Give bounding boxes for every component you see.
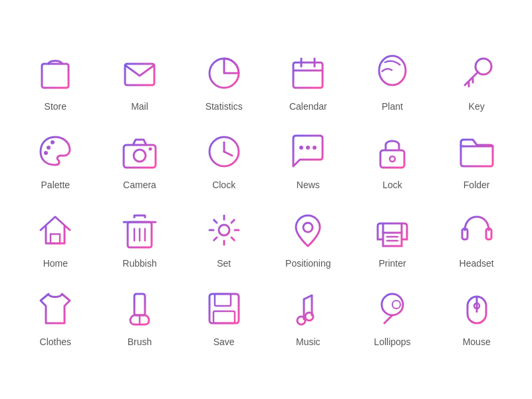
- svg-point-23: [313, 146, 317, 150]
- svg-rect-24: [380, 150, 404, 168]
- icon-item-printer[interactable]: Printer: [350, 200, 435, 278]
- lollipops-label: Lollipops: [374, 336, 410, 347]
- svg-rect-26: [51, 234, 60, 243]
- svg-point-25: [390, 156, 395, 162]
- mail-label: Mail: [131, 101, 148, 112]
- svg-line-46: [304, 295, 312, 299]
- svg-rect-34: [383, 233, 402, 246]
- icon-item-key[interactable]: Key: [434, 43, 519, 121]
- save-label: Save: [213, 336, 235, 347]
- icon-item-music[interactable]: Music: [266, 278, 350, 356]
- rubbish-label: Rubbish: [122, 258, 156, 269]
- statistics-label: Statistics: [205, 101, 243, 112]
- svg-point-14: [44, 151, 48, 155]
- set-label: Set: [217, 258, 231, 269]
- home-label: Home: [43, 258, 68, 269]
- svg-line-50: [384, 315, 392, 323]
- icon-item-set[interactable]: Set: [182, 200, 266, 278]
- icon-grid: Store Mail Stati: [7, 36, 525, 363]
- svg-rect-0: [42, 64, 68, 88]
- svg-rect-43: [213, 311, 235, 323]
- icon-item-mail[interactable]: Mail: [98, 43, 182, 121]
- icon-item-lollipops[interactable]: Lollipops: [350, 278, 435, 356]
- plant-label: Plant: [382, 101, 403, 112]
- icon-item-camera[interactable]: Camera: [98, 121, 182, 200]
- icon-item-store[interactable]: Store: [13, 43, 98, 121]
- icon-item-positioning[interactable]: Positioning: [266, 200, 350, 278]
- icon-item-rubbish[interactable]: Rubbish: [98, 200, 182, 278]
- palette-label: Palette: [41, 180, 70, 190]
- svg-line-9: [465, 72, 478, 85]
- key-label: Key: [469, 101, 485, 112]
- icon-item-palette[interactable]: Palette: [13, 121, 98, 200]
- store-label: Store: [45, 101, 66, 112]
- clothes-label: Clothes: [40, 336, 71, 347]
- icon-item-calendar[interactable]: Calendar: [266, 43, 350, 121]
- music-label: Music: [296, 336, 321, 347]
- svg-rect-42: [215, 294, 231, 306]
- icon-item-folder[interactable]: Folder: [434, 121, 519, 200]
- folder-label: Folder: [464, 180, 490, 190]
- svg-point-13: [51, 140, 55, 144]
- icon-item-home[interactable]: Home: [13, 200, 98, 278]
- icon-item-headset[interactable]: Headset: [434, 200, 519, 278]
- svg-point-16: [134, 150, 146, 162]
- positioning-label: Positioning: [285, 258, 331, 269]
- svg-point-12: [47, 146, 51, 150]
- printer-label: Printer: [378, 258, 406, 269]
- svg-point-22: [306, 146, 310, 150]
- icon-item-plant[interactable]: Plant: [350, 43, 435, 121]
- svg-point-33: [303, 223, 313, 232]
- clock-label: Clock: [212, 180, 235, 190]
- lock-label: Lock: [382, 180, 402, 190]
- icon-item-brush[interactable]: Brush: [98, 278, 182, 356]
- icon-item-clock[interactable]: Clock: [182, 121, 266, 200]
- calendar-label: Calendar: [289, 101, 327, 112]
- icon-item-news[interactable]: News: [266, 121, 350, 200]
- brush-label: Brush: [128, 336, 152, 347]
- icon-item-mouse[interactable]: Mouse: [434, 278, 519, 356]
- camera-label: Camera: [123, 180, 156, 190]
- svg-point-32: [219, 225, 229, 235]
- icon-item-statistics[interactable]: Statistics: [182, 43, 266, 121]
- svg-rect-1: [125, 64, 154, 85]
- svg-point-47: [297, 317, 305, 325]
- news-label: News: [297, 180, 320, 190]
- icon-item-lock[interactable]: Lock: [350, 121, 435, 200]
- headset-label: Headset: [460, 258, 494, 269]
- svg-point-21: [299, 146, 303, 150]
- svg-rect-3: [293, 63, 323, 88]
- svg-point-17: [148, 148, 152, 151]
- icon-item-save[interactable]: Save: [182, 278, 266, 356]
- mouse-label: Mouse: [463, 336, 491, 347]
- icon-item-clothes[interactable]: Clothes: [13, 278, 98, 356]
- svg-point-48: [305, 313, 313, 321]
- svg-rect-39: [134, 294, 145, 315]
- svg-line-20: [224, 152, 232, 156]
